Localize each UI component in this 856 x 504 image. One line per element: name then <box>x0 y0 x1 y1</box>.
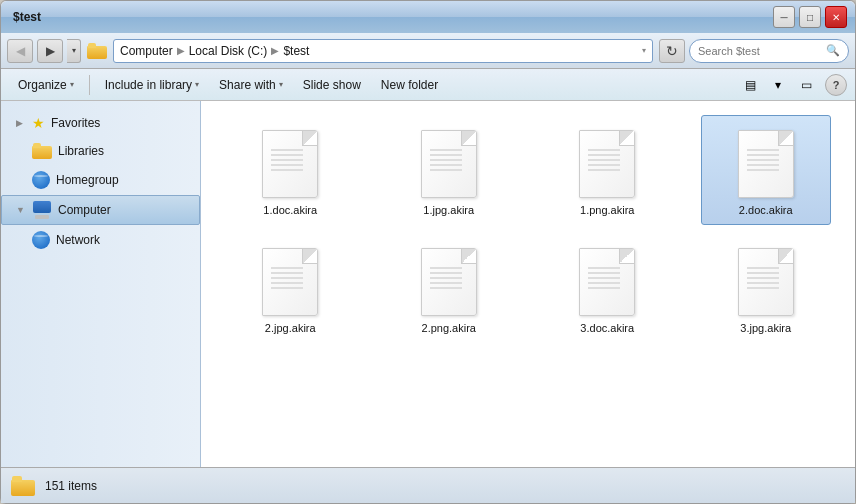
share-label: Share with <box>219 78 276 92</box>
view-icon: ▤ <box>745 78 756 92</box>
preview-pane-button[interactable]: ▭ <box>793 72 819 98</box>
file-item[interactable]: 1.doc.akira <box>225 115 355 225</box>
organize-dropdown-icon: ▾ <box>70 80 74 89</box>
file-icon <box>736 126 796 198</box>
share-dropdown-icon: ▾ <box>279 80 283 89</box>
include-dropdown-icon: ▾ <box>195 80 199 89</box>
share-with-button[interactable]: Share with ▾ <box>210 72 292 98</box>
libraries-icon <box>32 143 52 159</box>
status-folder-icon <box>11 476 35 496</box>
sidebar-label-favorites: Favorites <box>51 116 100 130</box>
view-controls: ▤ ▾ ▭ ? <box>737 72 847 98</box>
favorites-icon: ★ <box>32 115 45 131</box>
view-dropdown-button[interactable]: ▾ <box>765 72 791 98</box>
path-computer[interactable]: Computer <box>120 44 173 58</box>
forward-button[interactable]: ▶ <box>37 39 63 63</box>
titlebar: $test ─ □ ✕ <box>1 1 855 33</box>
expand-icon-comp: ▼ <box>16 205 26 215</box>
file-label: 3.jpg.akira <box>740 322 791 334</box>
file-item[interactable]: 1.jpg.akira <box>384 115 514 225</box>
sidebar-item-network[interactable]: Network <box>1 225 200 255</box>
file-label: 1.doc.akira <box>263 204 317 216</box>
homegroup-icon <box>32 171 50 189</box>
file-icon <box>419 126 479 198</box>
slideshow-label: Slide show <box>303 78 361 92</box>
slideshow-button[interactable]: Slide show <box>294 72 370 98</box>
search-input[interactable] <box>698 45 822 57</box>
sidebar-item-favorites[interactable]: ▶ ★ Favorites <box>1 109 200 137</box>
file-content-area: 1.doc.akira 1.jpg.akira 1.png.akira 2.do… <box>201 101 855 467</box>
file-label: 3.doc.akira <box>580 322 634 334</box>
main-area: ▶ ★ Favorites Libraries Homegroup <box>1 101 855 467</box>
nav-dropdown[interactable]: ▾ <box>67 39 81 63</box>
file-icon <box>419 244 479 316</box>
file-label: 2.png.akira <box>422 322 476 334</box>
file-item[interactable]: 1.png.akira <box>542 115 672 225</box>
path-localdisk[interactable]: Local Disk (C:) <box>189 44 268 58</box>
sidebar-label-libraries: Libraries <box>58 144 104 158</box>
organize-label: Organize <box>18 78 67 92</box>
file-icon <box>736 244 796 316</box>
path-folder[interactable]: $test <box>283 44 309 58</box>
back-button[interactable]: ◀ <box>7 39 33 63</box>
minimize-button[interactable]: ─ <box>773 6 795 28</box>
window-controls: ─ □ ✕ <box>773 6 847 28</box>
new-folder-button[interactable]: New folder <box>372 72 447 98</box>
file-icon <box>577 244 637 316</box>
file-item[interactable]: 2.doc.akira <box>701 115 831 225</box>
new-folder-label: New folder <box>381 78 438 92</box>
file-item[interactable]: 3.jpg.akira <box>701 233 831 343</box>
path-dropdown-arrow[interactable]: ▾ <box>642 46 646 55</box>
window-title: $test <box>13 10 41 24</box>
file-label: 1.png.akira <box>580 204 634 216</box>
view-mode-button[interactable]: ▤ <box>737 72 763 98</box>
address-path[interactable]: Computer ▶ Local Disk (C:) ▶ $test ▾ <box>113 39 653 63</box>
sidebar-label-network: Network <box>56 233 100 247</box>
sidebar-item-homegroup[interactable]: Homegroup <box>1 165 200 195</box>
addressbar: ◀ ▶ ▾ Computer ▶ Local Disk (C:) ▶ $test… <box>1 33 855 69</box>
include-library-button[interactable]: Include in library ▾ <box>96 72 208 98</box>
refresh-button[interactable]: ↻ <box>659 39 685 63</box>
file-item[interactable]: 2.png.akira <box>384 233 514 343</box>
preview-icon: ▭ <box>801 78 812 92</box>
file-label: 2.jpg.akira <box>265 322 316 334</box>
file-label: 2.doc.akira <box>739 204 793 216</box>
path-folder-icon <box>87 43 107 59</box>
statusbar: 151 items <box>1 467 855 503</box>
search-box: 🔍 <box>689 39 849 63</box>
computer-icon <box>32 201 52 219</box>
file-label: 1.jpg.akira <box>423 204 474 216</box>
sidebar: ▶ ★ Favorites Libraries Homegroup <box>1 101 201 467</box>
file-icon <box>260 126 320 198</box>
file-item[interactable]: 3.doc.akira <box>542 233 672 343</box>
sidebar-label-homegroup: Homegroup <box>56 173 119 187</box>
toolbar-sep-1 <box>89 75 90 95</box>
view-dropdown-icon: ▾ <box>775 78 781 92</box>
maximize-button[interactable]: □ <box>799 6 821 28</box>
include-label: Include in library <box>105 78 192 92</box>
explorer-window: $test ─ □ ✕ ◀ ▶ ▾ Computer ▶ Local Disk … <box>0 0 856 504</box>
network-icon <box>32 231 50 249</box>
status-item-count: 151 items <box>45 479 97 493</box>
help-button[interactable]: ? <box>825 74 847 96</box>
sidebar-label-computer: Computer <box>58 203 111 217</box>
search-icon: 🔍 <box>826 44 840 57</box>
toolbar: Organize ▾ Include in library ▾ Share wi… <box>1 69 855 101</box>
file-icon <box>577 126 637 198</box>
file-icon <box>260 244 320 316</box>
close-button[interactable]: ✕ <box>825 6 847 28</box>
expand-icon: ▶ <box>16 118 26 128</box>
organize-button[interactable]: Organize ▾ <box>9 72 83 98</box>
sidebar-item-computer[interactable]: ▼ Computer <box>1 195 200 225</box>
sidebar-item-libraries[interactable]: Libraries <box>1 137 200 165</box>
file-item[interactable]: 2.jpg.akira <box>225 233 355 343</box>
